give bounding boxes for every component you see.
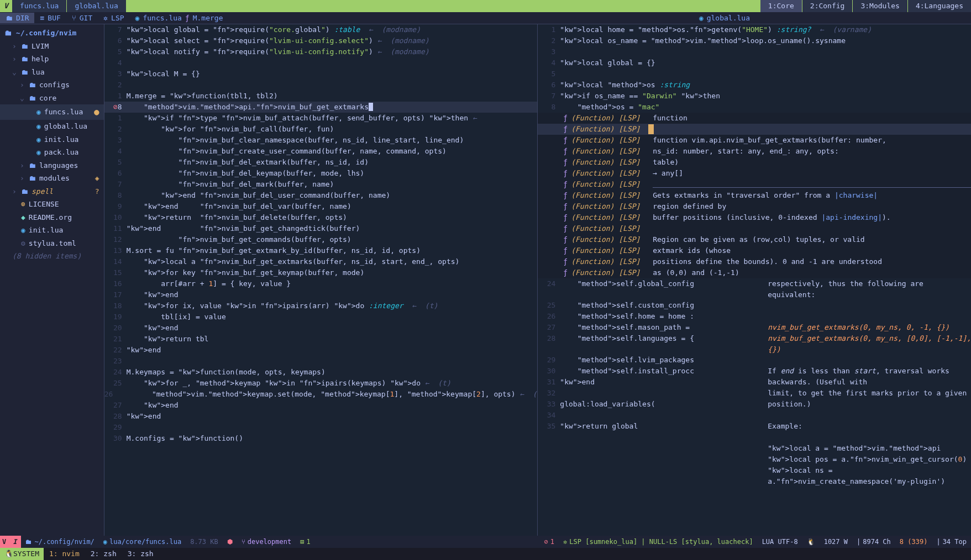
tab-funcs[interactable]: funcs.lua [12,0,66,12]
mode-git[interactable]: ⑂GIT [66,13,98,24]
completion-item[interactable]: ƒ(Function) [LSP]positions define the bo… [538,256,971,267]
code-line[interactable]: 25 "kw">for _, "method">keymap "kw">in "… [104,378,538,389]
code-line[interactable]: 31"kw">endbackwards. (Useful with [538,377,971,388]
code-line[interactable]: 27 "kw">end [104,400,538,411]
code-line[interactable]: 3 [538,46,971,57]
code-line[interactable]: 29 "method">self.lvim_packages [538,355,971,366]
code-line[interactable]: 4 "fn">nvim_buf_create_user_command(buff… [104,146,538,157]
mode-dir[interactable]: 🖿DIR [0,13,34,24]
code-line[interactable]: 7 "fn">nvim_buf_del_mark(buffer, name) [104,179,538,190]
code-line[interactable]: 21 "kw">return tbl [104,334,538,345]
mode-lsp[interactable]: ✲LSP [98,13,129,24]
tree-item-README-org[interactable]: ◆README.org [0,211,104,224]
code-line[interactable]: 14 "kw">local a "fn">nvim_buf_get_extmar… [104,256,538,267]
tree-item-core[interactable]: ⌄🖿core [0,92,104,105]
code-line[interactable]: 30M.configs = "kw">function() [104,433,538,444]
tree-item-global-lua[interactable]: ◉global.lua [0,120,104,133]
file-tree[interactable]: 🖿 ~/.config/nvim ›🖿LVIM›🖿help⌄🖿lua›🖿conf… [0,24,104,536]
code-line[interactable]: 5 "fn">nvim_buf_del_extmark(buffer, ns_i… [104,157,538,168]
code-line[interactable]: 22"kw">end [104,345,538,356]
completion-item[interactable]: ƒ(Function) [LSP] [538,223,971,234]
tree-item-init-lua[interactable]: ◉init.lua [0,133,104,146]
workspace-modules[interactable]: 3: Modules [853,0,907,12]
code-line[interactable]: 8 "method">os = "mac" [538,102,971,113]
code-line[interactable]: 28 "method">self.languages = {nvim_buf_g… [538,333,971,355]
code-line[interactable]: 4"kw">local global = {} [538,57,971,68]
completion-item[interactable]: ƒ(Function) [LSP]region defined by [538,201,971,212]
code-line[interactable]: 6"kw">local select = "fn">require("lvim-… [104,35,538,46]
code-line[interactable]: 30 "method">self.install_proccIf end is … [538,366,971,377]
tree-item-init-lua[interactable]: ◉init.lua [0,224,104,237]
completion-item[interactable]: ƒ(Function) [LSP]Region can be given as … [538,234,971,245]
tree-item-spell[interactable]: ›🖿spell? [0,185,104,198]
completion-item[interactable]: ƒ(Function) [LSP]function [538,113,971,124]
tree-item-funcs-lua[interactable]: ◉funcs.lua● [0,104,104,120]
code-line[interactable]: 2 [104,80,538,91]
code-line[interactable]: 15 "kw">for key "fn">nvim_buf_get_keymap… [104,267,538,278]
code-line[interactable]: 34 [538,410,971,421]
code-line[interactable]: 8 "kw">end "fn">nvim_buf_del_user_comman… [104,190,538,201]
tree-item-help[interactable]: ›🖿help [0,52,104,66]
tree-item-configs[interactable]: ›🖿configs [0,78,104,92]
code-line[interactable]: 33global:load_variables(position.) [538,399,971,410]
mode-buf[interactable]: ≡BUF [34,13,66,24]
code-line[interactable]: 5"kw">local notify = "fn">require("lvim-… [104,46,538,57]
code-line[interactable]: 9 "kw">end "fn">nvim_buf_del_var(buffer,… [104,201,538,212]
code-line[interactable]: 6 "fn">nvim_buf_del_keymap(buffer, mode,… [104,168,538,179]
completion-item[interactable]: ƒ(Function) [LSP] table) [538,157,971,168]
code-line[interactable]: 16 arr[#arr + 1] = { key, value } [104,278,538,289]
tree-item-LVIM[interactable]: ›🖿LVIM [0,40,104,53]
systab-zsh-2[interactable]: 3: zsh [122,548,159,559]
code-line[interactable]: 19 tbl[ix] = value [104,311,538,323]
code-line[interactable]: 5 [538,68,971,80]
code-line[interactable]: 26 "method">self.home = home : [538,311,971,322]
code-line[interactable]: 35"kw">return globalExample: [538,421,971,432]
completion-item[interactable]: ƒ(Function) [LSP]extmark ids (whose [538,245,971,256]
code-line[interactable]: 13M.sort = fu "fn">nvim_buf_get_extmark_… [104,245,538,256]
completion-item[interactable]: ƒ(Function) [LSP]as (0,0) and (-1,-1) [538,267,971,278]
systab-nvim[interactable]: 1: nvim [44,548,85,559]
tree-item-lua[interactable]: ⌄🖿lua [0,66,104,79]
code-line[interactable]: 12 "fn">nvim_buf_get_commands(buffer, op… [104,234,538,245]
code-line[interactable]: 2 "kw">for "fn">nvim_buf_call(buffer, fu… [104,124,538,135]
completion-item[interactable]: ƒ(Function) [LSP]function vim.api.nvim_b… [538,135,971,146]
systab-zsh-1[interactable]: 2: zsh [85,548,122,559]
code-line[interactable]: 25 "method">self.custom_config [538,300,971,311]
code-line[interactable]: 18 "kw">for ix, value "kw">in "fn">ipair… [104,300,538,311]
completion-item[interactable]: ƒ(Function) [LSP] [538,179,971,190]
workspace-languages[interactable]: 4: Languages [908,0,971,12]
code-line[interactable]: ⊘8 "method">vim."method">api."fn">nvim_b… [104,102,538,113]
tree-root[interactable]: 🖿 ~/.config/nvim [0,27,104,40]
tab-global[interactable]: global.lua [67,0,125,12]
tree-item-pack-lua[interactable]: ◉pack.lua [0,146,104,159]
code-line[interactable]: 7"kw">local global = "fn">require("core.… [104,24,538,35]
code-line[interactable]: 27 "method">self.mason_path =nvim_buf_ge… [538,322,971,333]
workspace-core[interactable]: 1: Core [760,0,802,12]
editor-left[interactable]: 7"kw">local global = "fn">require("core.… [104,24,538,536]
code-line[interactable]: 3 "fn">nvim_buf_clear_namespace(buffer, … [104,135,538,146]
code-line[interactable]: 20 "kw">end [104,323,538,334]
code-line[interactable]: 6"kw">local "method">os :string [538,80,971,91]
code-line[interactable]: 32limit, to get the first marks prior to… [538,388,971,399]
code-line[interactable]: 23 [104,356,538,367]
completion-item[interactable]: ƒ(Function) [LSP] ns_id: number, start: … [538,146,971,157]
code-line[interactable]: 2"kw">local os_name = "method">vim."meth… [538,35,971,46]
code-line[interactable]: 1"kw">local home = "method">os."fn">gete… [538,24,971,35]
code-line[interactable]: 1 "kw">if "fn">type "fn">nvim_buf_attach… [104,113,538,124]
code-line[interactable]: 29 [104,422,538,433]
editor-right[interactable]: 1"kw">local home = "method">os."fn">gete… [538,24,971,536]
code-line[interactable]: 26 "method">vim."method">keymap.set(mode… [104,389,538,400]
code-line[interactable]: 1M.merge = "kw">function(tbl1, tbl2) [104,91,538,102]
code-line[interactable]: 4 [104,57,538,68]
completion-item[interactable]: ƒ(Function) [LSP]Gets extmarks in "trave… [538,190,971,201]
code-line[interactable]: 24 "method">self.global_configrespective… [538,278,971,300]
code-line[interactable]: 28"kw">end [104,411,538,422]
code-line[interactable]: 7"kw">if os_name == "Darwin" "kw">then [538,91,971,102]
code-line[interactable]: 17 "kw">end [104,289,538,300]
hidden-items[interactable]: (8 hidden items) [0,250,104,263]
tree-item-modules[interactable]: ›🖿modules◈ [0,172,104,185]
tree-item-stylua-toml[interactable]: ⚙stylua.toml [0,237,104,250]
code-line[interactable]: 11"kw">end "fn">nvim_buf_get_changedtick… [104,223,538,234]
code-line[interactable]: 10 "kw">return "fn">nvim_buf_delete(buff… [104,212,538,223]
code-line[interactable]: 24M.keymaps = "kw">function(mode, opts, … [104,367,538,378]
